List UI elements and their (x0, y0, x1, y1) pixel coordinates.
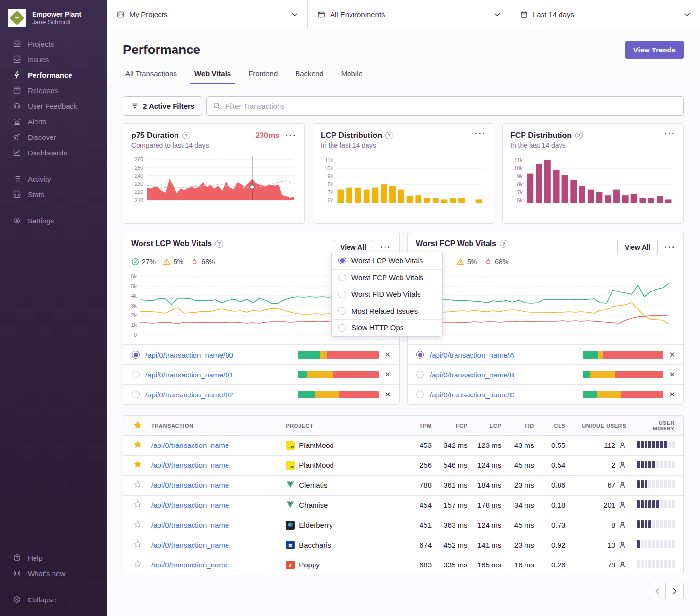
next-page-button[interactable] (666, 583, 684, 599)
menu-item-worst-lcp[interactable]: Worst LCP Web Vitals (332, 252, 442, 269)
tab-frontend[interactable]: Frontend (246, 69, 280, 84)
transaction-link[interactable]: /api/0/transaction_name/A (430, 351, 577, 359)
transaction-link[interactable]: /api/0/transaction_name/01 (145, 371, 293, 379)
close-icon[interactable] (385, 370, 391, 379)
row-star-icon[interactable] (134, 441, 141, 448)
sidebar-item-user-feedback[interactable]: User Feedback (8, 98, 99, 114)
sidebar-item-discover[interactable]: Discover (8, 129, 99, 145)
close-icon[interactable] (669, 390, 675, 399)
sidebar-item-issues[interactable]: Issues (8, 51, 99, 67)
sidebar-item-dashboards[interactable]: Dashboards (8, 145, 99, 160)
transaction-link[interactable]: /api/0/transaction_name/B (430, 371, 577, 379)
close-icon[interactable] (669, 370, 675, 379)
star-header-icon[interactable] (134, 421, 141, 429)
active-filters-button[interactable]: 2 Active Filters (123, 96, 202, 116)
menu-radio (338, 307, 346, 315)
column-fcp[interactable]: FCP (437, 416, 472, 435)
row-star-icon[interactable] (134, 480, 141, 488)
transaction-link[interactable]: /api/0/transaction_name/02 (145, 391, 293, 399)
transaction-link[interactable]: /api/0/transaction_name (151, 501, 229, 509)
vitals-row-radio[interactable] (416, 351, 424, 359)
sidebar-item-settings[interactable]: Settings (8, 213, 99, 228)
sidebar-item-releases[interactable]: Releases (8, 83, 99, 98)
row-star-icon[interactable] (134, 461, 141, 468)
sidebar-item-projects[interactable]: Projects (8, 36, 99, 51)
row-star-icon[interactable] (134, 520, 141, 528)
column-unique-users[interactable]: Unique Users (570, 416, 631, 435)
sidebar-item-alerts[interactable]: Alerts (8, 114, 99, 129)
column-tpm[interactable]: TPM (407, 416, 437, 435)
close-icon[interactable] (385, 390, 391, 399)
collapse-icon (13, 595, 21, 604)
help-icon[interactable]: ? (182, 132, 190, 139)
transaction-link[interactable]: /api/0/transaction_name/C (430, 391, 577, 399)
tab-backend[interactable]: Backend (293, 69, 326, 84)
row-star-icon[interactable] (134, 500, 141, 508)
lcp-value: 123 ms (472, 435, 506, 455)
transaction-link[interactable]: /api/0/transaction_name (151, 441, 229, 449)
close-icon[interactable] (385, 350, 391, 359)
column-lcp[interactable]: LCP (472, 416, 506, 435)
help-icon[interactable]: ? (575, 132, 583, 139)
date-range-dropdown[interactable]: Last 14 days (510, 0, 700, 29)
dashboards-icon (13, 148, 21, 157)
fid-value: 45 ms (506, 455, 539, 475)
sidebar-item-help[interactable]: Help (8, 550, 99, 565)
help-icon[interactable]: ? (215, 240, 223, 248)
vitals-row-radio[interactable] (132, 371, 140, 378)
card-subtitle: In the last 14 days (321, 141, 486, 149)
transaction-link[interactable]: /api/0/transaction_name/00 (145, 351, 293, 359)
close-icon[interactable] (669, 350, 675, 359)
sidebar-collapse-button[interactable]: Collapse (8, 592, 99, 607)
transaction-link[interactable]: /api/0/transaction_name (151, 481, 229, 489)
transaction-link[interactable]: /api/0/transaction_name (151, 561, 229, 569)
sidebar-item-performance[interactable]: Performance (8, 67, 99, 83)
overflow-menu-icon[interactable] (285, 133, 297, 138)
menu-item-worst-fcp[interactable]: Worst FCP Web Vitals (332, 269, 442, 286)
unique-users-value: 2 (612, 461, 615, 469)
column-user-misery[interactable]: User Misery (631, 416, 683, 435)
column-transaction[interactable]: Transaction (146, 416, 281, 435)
sidebar-item-whats-new[interactable]: What’s new (8, 565, 99, 581)
tab-all-transactions[interactable]: All Transactions (123, 69, 179, 84)
tab-mobile[interactable]: Mobile (339, 69, 365, 84)
overflow-menu-icon[interactable] (665, 131, 676, 136)
vitals-row-radio[interactable] (416, 371, 424, 378)
sidebar-item-stats[interactable]: Stats (8, 187, 99, 202)
column-fid[interactable]: FID (506, 416, 539, 435)
tab-web-vitals[interactable]: Web Vitals (192, 69, 233, 84)
overflow-menu-icon[interactable] (380, 245, 391, 250)
menu-item-worst-fid[interactable]: Worst FID Web Vitals (332, 286, 442, 303)
date-range-value: Last 14 days (533, 10, 680, 18)
fcp-value: 363 ms (437, 515, 472, 535)
column-cls[interactable]: CLS (539, 416, 571, 435)
transaction-link[interactable]: /api/0/transaction_name (151, 461, 229, 469)
sidebar-item-activity[interactable]: Activity (8, 171, 99, 187)
environment-filter-value: All Environments (330, 10, 490, 18)
user-icon (619, 501, 626, 509)
search-input[interactable] (225, 102, 677, 110)
vitals-row-radio[interactable] (132, 391, 140, 398)
environment-filter-dropdown[interactable]: All Environments (308, 0, 510, 29)
row-star-icon[interactable] (134, 560, 141, 568)
column-project[interactable]: Project (281, 416, 407, 435)
org-switcher[interactable]: ✦ Empower Plant Jane Schmidt (0, 7, 107, 36)
vitals-row-radio[interactable] (132, 351, 140, 359)
overflow-menu-icon[interactable] (665, 245, 676, 250)
menu-item-most-related-issues[interactable]: Most Related Issues (332, 303, 442, 320)
view-trends-button[interactable]: View Trends (625, 41, 684, 59)
help-icon[interactable]: ? (500, 240, 508, 248)
view-all-button[interactable]: View All (617, 240, 658, 255)
vitals-row-radio[interactable] (416, 391, 424, 398)
transaction-link[interactable]: /api/0/transaction_name (151, 521, 229, 529)
svg-text:2k: 2k (131, 312, 137, 318)
overflow-menu-icon[interactable] (475, 131, 486, 136)
worst-fcp-line-chart: 6k5k4k3k2k1k0 (411, 271, 671, 340)
page-header: Performance View Trends All Transactions… (107, 29, 700, 84)
previous-page-button[interactable] (648, 583, 666, 599)
transaction-link[interactable]: /api/0/transaction_name (151, 541, 229, 549)
row-star-icon[interactable] (134, 540, 141, 548)
help-icon[interactable]: ? (385, 132, 393, 139)
menu-item-slow-http-ops[interactable]: Slow HTTP Ops (332, 319, 442, 336)
project-filter-dropdown[interactable]: My Projects (107, 0, 308, 29)
